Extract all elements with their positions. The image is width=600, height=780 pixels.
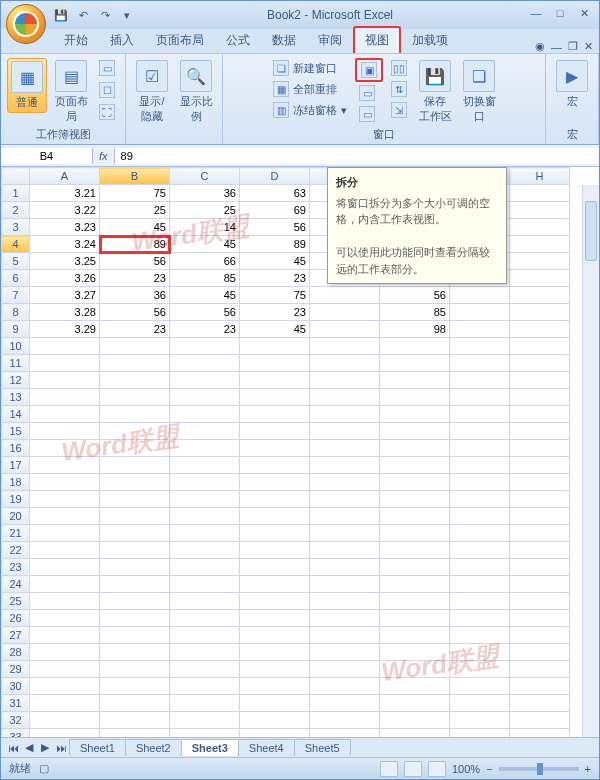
cell[interactable] [170, 474, 240, 491]
cell[interactable] [100, 440, 170, 457]
cell[interactable] [240, 508, 310, 525]
cell[interactable] [30, 406, 100, 423]
cell[interactable] [100, 593, 170, 610]
cell[interactable] [240, 338, 310, 355]
cell[interactable] [240, 712, 310, 729]
cell[interactable] [450, 525, 510, 542]
hide-button[interactable]: ▭ [355, 83, 383, 103]
split-button[interactable]: ▣ [355, 58, 383, 82]
cell[interactable] [240, 695, 310, 712]
cell[interactable] [310, 729, 380, 738]
cell[interactable] [310, 542, 380, 559]
cell[interactable]: 56 [380, 287, 450, 304]
cell[interactable] [30, 423, 100, 440]
cell[interactable] [310, 678, 380, 695]
cell[interactable] [100, 542, 170, 559]
cell[interactable] [100, 406, 170, 423]
cell[interactable] [30, 372, 100, 389]
cell[interactable] [310, 491, 380, 508]
arrange-all-button[interactable]: ▦全部重排 [269, 79, 351, 99]
sheet-tab[interactable]: Sheet2 [125, 739, 182, 756]
cell[interactable] [240, 406, 310, 423]
cell[interactable]: 75 [100, 185, 170, 202]
close-button[interactable]: ✕ [573, 7, 595, 23]
cell[interactable] [510, 372, 570, 389]
cell[interactable]: 23 [100, 321, 170, 338]
cell[interactable] [310, 304, 380, 321]
cell[interactable] [30, 355, 100, 372]
cell[interactable] [450, 729, 510, 738]
cell[interactable] [510, 593, 570, 610]
cell[interactable] [30, 559, 100, 576]
tab-page-layout[interactable]: 页面布局 [145, 27, 215, 53]
worksheet-area[interactable]: ABCDEFGH13.217536632523.222525695433.234… [1, 167, 599, 737]
cell[interactable] [310, 440, 380, 457]
cell[interactable] [170, 372, 240, 389]
cell[interactable]: 56 [240, 219, 310, 236]
cell[interactable]: 25 [170, 202, 240, 219]
cell[interactable]: 14 [170, 219, 240, 236]
cell[interactable] [100, 678, 170, 695]
cell[interactable]: 3.23 [30, 219, 100, 236]
cell[interactable] [450, 593, 510, 610]
tab-view[interactable]: 视图 [353, 26, 401, 53]
cell[interactable] [30, 576, 100, 593]
cell[interactable] [380, 338, 450, 355]
cell[interactable] [380, 508, 450, 525]
cell[interactable] [170, 338, 240, 355]
cell[interactable]: 45 [170, 236, 240, 253]
cell[interactable] [240, 542, 310, 559]
cell[interactable] [450, 542, 510, 559]
cell[interactable] [240, 525, 310, 542]
cell[interactable] [310, 695, 380, 712]
cell[interactable] [510, 423, 570, 440]
cell[interactable]: 25 [100, 202, 170, 219]
cell[interactable] [450, 627, 510, 644]
cell[interactable] [100, 423, 170, 440]
cell[interactable] [100, 338, 170, 355]
cell[interactable]: 23 [170, 321, 240, 338]
doc-restore-button[interactable]: ❐ [568, 40, 578, 53]
cell[interactable] [380, 372, 450, 389]
cell[interactable] [30, 491, 100, 508]
cell[interactable]: 45 [170, 287, 240, 304]
cell[interactable] [100, 610, 170, 627]
cell[interactable] [170, 491, 240, 508]
cell[interactable]: 69 [240, 202, 310, 219]
cell[interactable] [510, 576, 570, 593]
cell[interactable] [510, 287, 570, 304]
cell[interactable] [30, 695, 100, 712]
cell[interactable] [30, 610, 100, 627]
cell[interactable] [30, 661, 100, 678]
cell[interactable] [170, 593, 240, 610]
cell[interactable] [380, 542, 450, 559]
cell[interactable] [240, 372, 310, 389]
cell[interactable] [310, 389, 380, 406]
cell[interactable] [30, 338, 100, 355]
name-box[interactable]: B4 [1, 148, 93, 164]
cell[interactable] [170, 525, 240, 542]
cell[interactable] [170, 627, 240, 644]
tab-formulas[interactable]: 公式 [215, 27, 261, 53]
cell[interactable] [100, 508, 170, 525]
cell[interactable] [450, 457, 510, 474]
cell[interactable] [170, 712, 240, 729]
zoom-button[interactable]: 🔍显示比例 [176, 58, 216, 126]
zoom-slider[interactable] [499, 767, 579, 771]
cell[interactable] [100, 712, 170, 729]
page-break-status-button[interactable] [428, 761, 446, 777]
cell[interactable] [100, 457, 170, 474]
cell[interactable] [240, 644, 310, 661]
cell[interactable]: 3.24 [30, 236, 100, 253]
cell[interactable] [100, 644, 170, 661]
cell[interactable] [240, 423, 310, 440]
cell[interactable] [380, 593, 450, 610]
vertical-scrollbar[interactable] [582, 185, 599, 737]
cell[interactable] [380, 712, 450, 729]
cell[interactable] [310, 610, 380, 627]
cell[interactable] [510, 219, 570, 236]
cell[interactable] [450, 695, 510, 712]
tab-home[interactable]: 开始 [53, 27, 99, 53]
cell[interactable] [450, 389, 510, 406]
cell[interactable] [310, 593, 380, 610]
